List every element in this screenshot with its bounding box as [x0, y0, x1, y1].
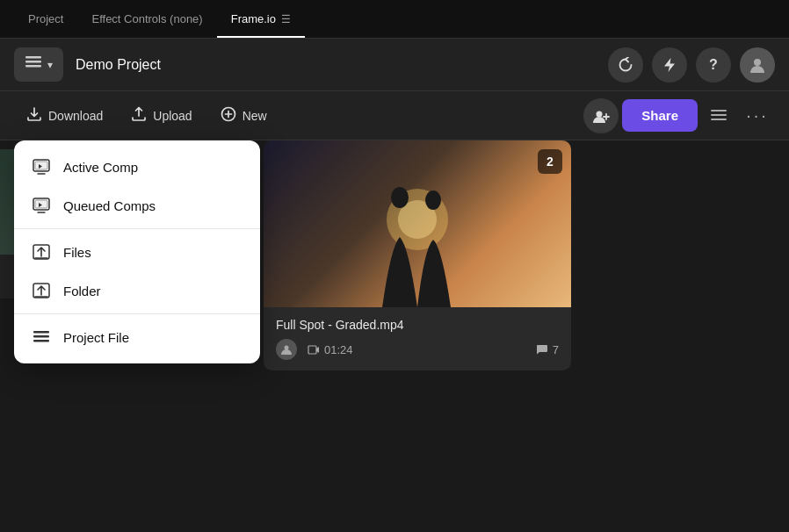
tab-frameio[interactable]: Frame.io ☰ — [217, 0, 305, 38]
video-duration: 01:24 — [308, 343, 353, 356]
files-icon — [32, 244, 51, 260]
tab-frameio-label: Frame.io — [231, 12, 276, 25]
new-button[interactable]: New — [208, 99, 279, 133]
svg-point-5 — [597, 111, 603, 117]
svg-rect-17 — [33, 340, 49, 342]
svg-rect-7 — [711, 114, 727, 116]
video-card[interactable]: 2 Full Spot - Graded.mp4 01:24 — [264, 140, 571, 370]
header-bar: ▾ Demo Project ? — [0, 39, 789, 91]
svg-rect-1 — [25, 61, 41, 63]
share-label: Share — [641, 108, 678, 123]
project-selector-chevron-icon: ▾ — [47, 59, 53, 71]
tab-project[interactable]: Project — [14, 0, 77, 38]
active-comp-icon — [32, 159, 51, 175]
upload-icon — [131, 106, 147, 126]
menu-item-files[interactable]: Files — [14, 233, 260, 271]
svg-rect-0 — [25, 56, 41, 59]
svg-point-22 — [285, 346, 289, 350]
upload-label: Upload — [153, 109, 192, 123]
menu-item-active-comp[interactable]: Active Comp — [14, 147, 260, 186]
svg-rect-12 — [35, 200, 47, 208]
svg-point-21 — [425, 191, 441, 210]
video-avatar — [276, 339, 297, 360]
menu-item-queued-comps-label: Queued Comps — [63, 198, 156, 213]
menu-item-folder-label: Folder — [63, 284, 101, 298]
project-title: Demo Project — [76, 57, 161, 73]
folder-icon — [32, 283, 51, 298]
video-thumbnail: 2 — [264, 140, 571, 307]
help-icon: ? — [709, 57, 718, 73]
new-icon — [221, 106, 236, 126]
project-selector-icon — [25, 54, 42, 75]
avatar-button[interactable] — [740, 47, 775, 83]
download-button[interactable]: Download — [14, 99, 115, 133]
menu-item-queued-comps[interactable]: Queued Comps — [14, 186, 260, 225]
dropdown-menu: Active Comp Queued Comps — [14, 140, 260, 363]
svg-rect-8 — [711, 119, 727, 120]
video-duration-text: 01:24 — [324, 343, 353, 356]
svg-rect-23 — [308, 346, 316, 354]
svg-rect-10 — [35, 162, 47, 169]
svg-rect-16 — [33, 335, 49, 338]
video-info: Full Spot - Graded.mp4 01:24 — [264, 307, 571, 370]
menu-item-files-label: Files — [63, 245, 91, 260]
more-icon: ··· — [746, 105, 769, 126]
main-content: 6 Active Comp — [0, 140, 789, 532]
svg-rect-2 — [25, 65, 41, 68]
svg-point-20 — [391, 187, 409, 208]
video-comments: 7 — [536, 343, 559, 356]
more-button[interactable]: ··· — [740, 98, 775, 133]
help-button[interactable]: ? — [696, 47, 731, 83]
download-icon — [26, 106, 42, 126]
header-actions: ? — [608, 47, 775, 83]
project-selector[interactable]: ▾ — [14, 47, 63, 82]
toolbar: Download Upload New Share — [0, 91, 789, 140]
queued-comps-icon — [32, 198, 51, 213]
tab-project-label: Project — [28, 12, 63, 25]
video-meta: 01:24 7 — [276, 339, 559, 360]
svg-rect-6 — [711, 110, 727, 111]
menu-item-active-comp-label: Active Comp — [63, 160, 138, 175]
upload-button[interactable]: Upload — [119, 99, 204, 133]
tab-bar: Project Effect Controls (none) Frame.io … — [0, 0, 789, 39]
menu-divider-2 — [14, 313, 260, 314]
video-title: Full Spot - Graded.mp4 — [276, 318, 559, 332]
download-label: Download — [48, 109, 103, 123]
svg-point-3 — [754, 59, 761, 66]
tab-effect-controls[interactable]: Effect Controls (none) — [77, 0, 216, 38]
menu-divider-1 — [14, 228, 260, 229]
menu-item-project-file[interactable]: Project File — [14, 318, 260, 356]
project-file-icon — [32, 329, 51, 345]
tab-effect-controls-label: Effect Controls (none) — [91, 12, 202, 25]
video-comments-count: 7 — [553, 343, 559, 356]
lightning-button[interactable] — [652, 47, 687, 83]
video-badge-count: 2 — [538, 149, 562, 174]
list-view-button[interactable] — [701, 98, 736, 133]
new-label: New — [242, 109, 267, 123]
add-reviewer-button[interactable] — [583, 98, 619, 133]
tab-menu-icon: ☰ — [281, 13, 291, 25]
svg-rect-15 — [33, 331, 49, 334]
menu-item-project-file-label: Project File — [63, 330, 129, 345]
refresh-button[interactable] — [608, 47, 643, 83]
menu-item-folder[interactable]: Folder — [14, 271, 260, 310]
share-button[interactable]: Share — [622, 99, 698, 132]
